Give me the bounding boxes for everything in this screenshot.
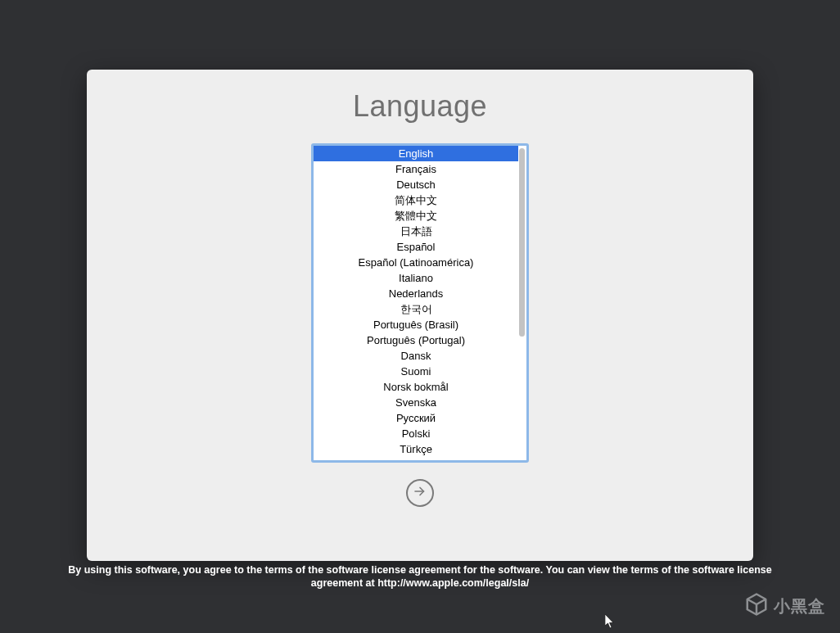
setup-panel: Language EnglishFrançaisDeutsch简体中文繁體中文日… bbox=[87, 70, 753, 561]
language-option[interactable]: Suomi bbox=[314, 364, 518, 379]
language-option[interactable]: Italiano bbox=[314, 270, 518, 286]
mouse-cursor-icon bbox=[605, 614, 615, 629]
language-option[interactable]: 한국어 bbox=[314, 301, 518, 317]
language-option[interactable]: 简体中文 bbox=[314, 192, 518, 208]
continue-button[interactable] bbox=[406, 479, 434, 507]
language-option[interactable]: Dansk bbox=[314, 348, 518, 364]
watermark-cube-icon bbox=[744, 592, 769, 620]
language-option[interactable]: English bbox=[314, 146, 518, 161]
language-option[interactable]: Norsk bokmål bbox=[314, 379, 518, 395]
scrollbar-thumb[interactable] bbox=[519, 148, 525, 337]
language-option[interactable]: Français bbox=[314, 161, 518, 177]
language-option[interactable]: Português (Brasil) bbox=[314, 317, 518, 332]
language-option[interactable]: Português (Portugal) bbox=[314, 332, 518, 348]
license-footer: By using this software, you agree to the… bbox=[0, 563, 840, 590]
language-option[interactable]: 日本語 bbox=[314, 224, 518, 239]
language-option[interactable]: 繁體中文 bbox=[314, 208, 518, 224]
arrow-right-circle-icon bbox=[413, 484, 427, 502]
language-option[interactable]: Русский bbox=[314, 410, 518, 426]
page-title: Language bbox=[353, 89, 487, 124]
language-listbox[interactable]: EnglishFrançaisDeutsch简体中文繁體中文日本語Español… bbox=[311, 143, 529, 463]
watermark-label: 小黑盒 bbox=[774, 595, 825, 617]
language-option[interactable]: Polski bbox=[314, 426, 518, 441]
language-option[interactable]: Deutsch bbox=[314, 177, 518, 192]
language-option[interactable]: Türkçe bbox=[314, 441, 518, 457]
language-option[interactable]: Nederlands bbox=[314, 286, 518, 301]
language-option[interactable]: Svenska bbox=[314, 395, 518, 410]
language-option[interactable]: Español (Latinoamérica) bbox=[314, 255, 518, 270]
watermark: 小黑盒 bbox=[744, 592, 825, 620]
language-option[interactable]: Español bbox=[314, 239, 518, 255]
